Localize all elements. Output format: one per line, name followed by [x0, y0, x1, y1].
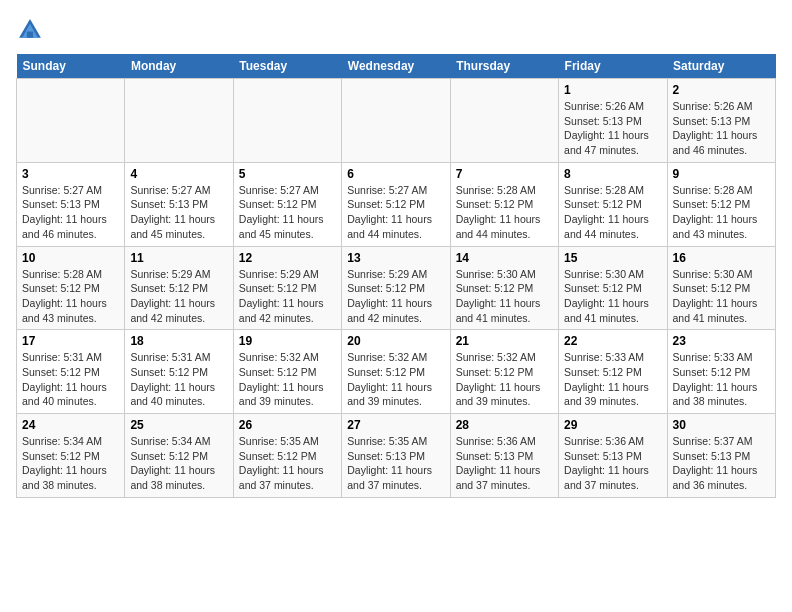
- day-number: 27: [347, 418, 444, 432]
- day-number: 20: [347, 334, 444, 348]
- day-info: Sunrise: 5:29 AMSunset: 5:12 PMDaylight:…: [239, 267, 336, 326]
- day-info: Sunrise: 5:27 AMSunset: 5:12 PMDaylight:…: [239, 183, 336, 242]
- day-number: 16: [673, 251, 770, 265]
- calendar-cell: 7Sunrise: 5:28 AMSunset: 5:12 PMDaylight…: [450, 162, 558, 246]
- calendar-table: SundayMondayTuesdayWednesdayThursdayFrid…: [16, 54, 776, 498]
- day-info: Sunrise: 5:33 AMSunset: 5:12 PMDaylight:…: [673, 350, 770, 409]
- day-info: Sunrise: 5:27 AMSunset: 5:12 PMDaylight:…: [347, 183, 444, 242]
- header-day-tuesday: Tuesday: [233, 54, 341, 79]
- calendar-cell: 13Sunrise: 5:29 AMSunset: 5:12 PMDayligh…: [342, 246, 450, 330]
- calendar-cell: 26Sunrise: 5:35 AMSunset: 5:12 PMDayligh…: [233, 414, 341, 498]
- day-info: Sunrise: 5:27 AMSunset: 5:13 PMDaylight:…: [130, 183, 227, 242]
- header-row: SundayMondayTuesdayWednesdayThursdayFrid…: [17, 54, 776, 79]
- calendar-cell: 15Sunrise: 5:30 AMSunset: 5:12 PMDayligh…: [559, 246, 667, 330]
- day-number: 22: [564, 334, 661, 348]
- calendar-cell: 9Sunrise: 5:28 AMSunset: 5:12 PMDaylight…: [667, 162, 775, 246]
- day-number: 18: [130, 334, 227, 348]
- logo-icon: [16, 16, 44, 44]
- day-info: Sunrise: 5:29 AMSunset: 5:12 PMDaylight:…: [347, 267, 444, 326]
- calendar-body: 1Sunrise: 5:26 AMSunset: 5:13 PMDaylight…: [17, 79, 776, 498]
- calendar-cell: 25Sunrise: 5:34 AMSunset: 5:12 PMDayligh…: [125, 414, 233, 498]
- calendar-cell: 5Sunrise: 5:27 AMSunset: 5:12 PMDaylight…: [233, 162, 341, 246]
- calendar-cell: 24Sunrise: 5:34 AMSunset: 5:12 PMDayligh…: [17, 414, 125, 498]
- calendar-week-0: 1Sunrise: 5:26 AMSunset: 5:13 PMDaylight…: [17, 79, 776, 163]
- header-day-saturday: Saturday: [667, 54, 775, 79]
- day-info: Sunrise: 5:34 AMSunset: 5:12 PMDaylight:…: [130, 434, 227, 493]
- calendar-cell: [342, 79, 450, 163]
- day-number: 19: [239, 334, 336, 348]
- day-number: 25: [130, 418, 227, 432]
- day-info: Sunrise: 5:28 AMSunset: 5:12 PMDaylight:…: [564, 183, 661, 242]
- calendar-cell: 19Sunrise: 5:32 AMSunset: 5:12 PMDayligh…: [233, 330, 341, 414]
- calendar-cell: [17, 79, 125, 163]
- day-number: 13: [347, 251, 444, 265]
- day-number: 17: [22, 334, 119, 348]
- day-info: Sunrise: 5:36 AMSunset: 5:13 PMDaylight:…: [564, 434, 661, 493]
- calendar-cell: 12Sunrise: 5:29 AMSunset: 5:12 PMDayligh…: [233, 246, 341, 330]
- day-info: Sunrise: 5:29 AMSunset: 5:12 PMDaylight:…: [130, 267, 227, 326]
- header-day-thursday: Thursday: [450, 54, 558, 79]
- calendar-week-3: 17Sunrise: 5:31 AMSunset: 5:12 PMDayligh…: [17, 330, 776, 414]
- day-number: 23: [673, 334, 770, 348]
- day-number: 12: [239, 251, 336, 265]
- header-day-wednesday: Wednesday: [342, 54, 450, 79]
- calendar-cell: 14Sunrise: 5:30 AMSunset: 5:12 PMDayligh…: [450, 246, 558, 330]
- calendar-cell: 2Sunrise: 5:26 AMSunset: 5:13 PMDaylight…: [667, 79, 775, 163]
- calendar-cell: 30Sunrise: 5:37 AMSunset: 5:13 PMDayligh…: [667, 414, 775, 498]
- day-number: 8: [564, 167, 661, 181]
- day-info: Sunrise: 5:28 AMSunset: 5:12 PMDaylight:…: [456, 183, 553, 242]
- calendar-cell: 20Sunrise: 5:32 AMSunset: 5:12 PMDayligh…: [342, 330, 450, 414]
- calendar-cell: 3Sunrise: 5:27 AMSunset: 5:13 PMDaylight…: [17, 162, 125, 246]
- calendar-week-1: 3Sunrise: 5:27 AMSunset: 5:13 PMDaylight…: [17, 162, 776, 246]
- day-number: 3: [22, 167, 119, 181]
- calendar-cell: 17Sunrise: 5:31 AMSunset: 5:12 PMDayligh…: [17, 330, 125, 414]
- day-info: Sunrise: 5:35 AMSunset: 5:13 PMDaylight:…: [347, 434, 444, 493]
- calendar-week-4: 24Sunrise: 5:34 AMSunset: 5:12 PMDayligh…: [17, 414, 776, 498]
- header: [16, 16, 776, 44]
- calendar-cell: 22Sunrise: 5:33 AMSunset: 5:12 PMDayligh…: [559, 330, 667, 414]
- page: SundayMondayTuesdayWednesdayThursdayFrid…: [0, 0, 792, 514]
- day-info: Sunrise: 5:26 AMSunset: 5:13 PMDaylight:…: [673, 99, 770, 158]
- day-info: Sunrise: 5:33 AMSunset: 5:12 PMDaylight:…: [564, 350, 661, 409]
- day-number: 30: [673, 418, 770, 432]
- day-number: 21: [456, 334, 553, 348]
- header-day-sunday: Sunday: [17, 54, 125, 79]
- calendar-cell: 16Sunrise: 5:30 AMSunset: 5:12 PMDayligh…: [667, 246, 775, 330]
- day-number: 14: [456, 251, 553, 265]
- day-number: 10: [22, 251, 119, 265]
- calendar-cell: 10Sunrise: 5:28 AMSunset: 5:12 PMDayligh…: [17, 246, 125, 330]
- header-day-friday: Friday: [559, 54, 667, 79]
- day-info: Sunrise: 5:31 AMSunset: 5:12 PMDaylight:…: [130, 350, 227, 409]
- day-info: Sunrise: 5:35 AMSunset: 5:12 PMDaylight:…: [239, 434, 336, 493]
- calendar-cell: 28Sunrise: 5:36 AMSunset: 5:13 PMDayligh…: [450, 414, 558, 498]
- calendar-cell: 11Sunrise: 5:29 AMSunset: 5:12 PMDayligh…: [125, 246, 233, 330]
- header-day-monday: Monday: [125, 54, 233, 79]
- day-info: Sunrise: 5:30 AMSunset: 5:12 PMDaylight:…: [564, 267, 661, 326]
- day-info: Sunrise: 5:26 AMSunset: 5:13 PMDaylight:…: [564, 99, 661, 158]
- calendar-cell: 21Sunrise: 5:32 AMSunset: 5:12 PMDayligh…: [450, 330, 558, 414]
- calendar-cell: 6Sunrise: 5:27 AMSunset: 5:12 PMDaylight…: [342, 162, 450, 246]
- day-number: 15: [564, 251, 661, 265]
- svg-rect-2: [27, 32, 33, 38]
- day-number: 5: [239, 167, 336, 181]
- day-info: Sunrise: 5:37 AMSunset: 5:13 PMDaylight:…: [673, 434, 770, 493]
- calendar-header: SundayMondayTuesdayWednesdayThursdayFrid…: [17, 54, 776, 79]
- day-number: 4: [130, 167, 227, 181]
- calendar-cell: [233, 79, 341, 163]
- day-number: 9: [673, 167, 770, 181]
- day-info: Sunrise: 5:32 AMSunset: 5:12 PMDaylight:…: [456, 350, 553, 409]
- calendar-cell: [450, 79, 558, 163]
- day-info: Sunrise: 5:36 AMSunset: 5:13 PMDaylight:…: [456, 434, 553, 493]
- calendar-week-2: 10Sunrise: 5:28 AMSunset: 5:12 PMDayligh…: [17, 246, 776, 330]
- day-number: 11: [130, 251, 227, 265]
- calendar-cell: 8Sunrise: 5:28 AMSunset: 5:12 PMDaylight…: [559, 162, 667, 246]
- day-info: Sunrise: 5:30 AMSunset: 5:12 PMDaylight:…: [456, 267, 553, 326]
- calendar-cell: [125, 79, 233, 163]
- day-info: Sunrise: 5:32 AMSunset: 5:12 PMDaylight:…: [239, 350, 336, 409]
- day-number: 6: [347, 167, 444, 181]
- day-info: Sunrise: 5:34 AMSunset: 5:12 PMDaylight:…: [22, 434, 119, 493]
- calendar-cell: 29Sunrise: 5:36 AMSunset: 5:13 PMDayligh…: [559, 414, 667, 498]
- day-number: 7: [456, 167, 553, 181]
- day-number: 1: [564, 83, 661, 97]
- calendar-cell: 4Sunrise: 5:27 AMSunset: 5:13 PMDaylight…: [125, 162, 233, 246]
